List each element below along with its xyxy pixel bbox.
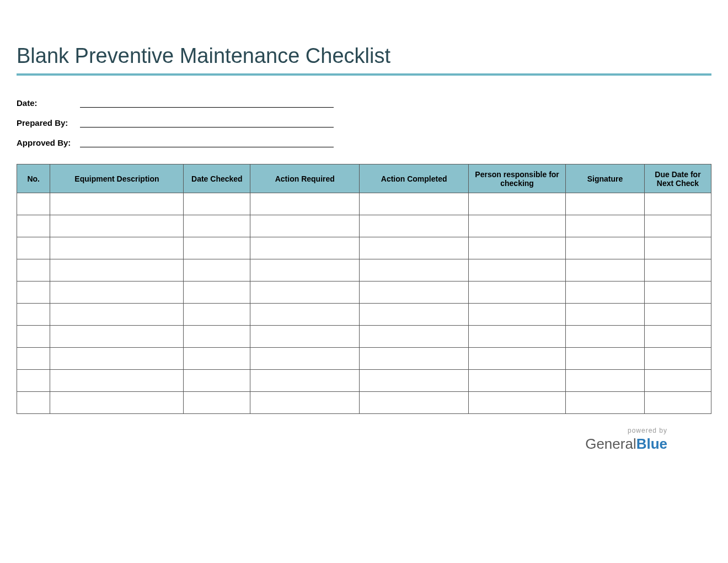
approved-by-row: Approved By: <box>17 132 711 147</box>
table-cell[interactable] <box>250 237 360 259</box>
table-cell[interactable] <box>469 215 566 237</box>
prepared-by-row: Prepared By: <box>17 112 711 128</box>
table-cell[interactable] <box>184 193 250 215</box>
table-cell[interactable] <box>644 237 711 259</box>
header-action-required: Action Required <box>250 164 360 193</box>
table-cell[interactable] <box>17 193 50 215</box>
table-cell[interactable] <box>566 326 645 348</box>
table-cell[interactable] <box>250 282 360 304</box>
table-cell[interactable] <box>17 215 50 237</box>
header-date-checked: Date Checked <box>184 164 250 193</box>
brand-part1: General <box>585 435 636 452</box>
table-cell[interactable] <box>184 370 250 392</box>
table-cell[interactable] <box>566 237 645 259</box>
table-cell[interactable] <box>17 370 50 392</box>
table-cell[interactable] <box>566 370 645 392</box>
table-cell[interactable] <box>17 282 50 304</box>
table-cell[interactable] <box>50 370 184 392</box>
table-cell[interactable] <box>360 304 469 326</box>
table-cell[interactable] <box>469 392 566 414</box>
table-cell[interactable] <box>469 348 566 370</box>
table-cell[interactable] <box>566 193 645 215</box>
table-cell[interactable] <box>644 259 711 282</box>
table-row <box>17 282 711 304</box>
table-cell[interactable] <box>644 215 711 237</box>
table-cell[interactable] <box>644 370 711 392</box>
table-cell[interactable] <box>469 282 566 304</box>
table-cell[interactable] <box>184 304 250 326</box>
table-cell[interactable] <box>250 193 360 215</box>
table-cell[interactable] <box>50 215 184 237</box>
table-cell[interactable] <box>360 215 469 237</box>
table-cell[interactable] <box>360 348 469 370</box>
table-cell[interactable] <box>184 348 250 370</box>
table-cell[interactable] <box>566 348 645 370</box>
table-cell[interactable] <box>566 259 645 282</box>
table-cell[interactable] <box>644 193 711 215</box>
table-row <box>17 215 711 237</box>
table-cell[interactable] <box>17 259 50 282</box>
table-row <box>17 193 711 215</box>
table-cell[interactable] <box>250 392 360 414</box>
table-cell[interactable] <box>50 392 184 414</box>
table-cell[interactable] <box>184 326 250 348</box>
table-cell[interactable] <box>50 193 184 215</box>
table-row <box>17 259 711 282</box>
table-cell[interactable] <box>644 304 711 326</box>
table-cell[interactable] <box>469 259 566 282</box>
date-label: Date: <box>17 98 80 108</box>
table-cell[interactable] <box>17 237 50 259</box>
table-cell[interactable] <box>250 348 360 370</box>
table-cell[interactable] <box>50 259 184 282</box>
brand-part2: Blue <box>636 435 667 452</box>
table-cell[interactable] <box>469 370 566 392</box>
table-cell[interactable] <box>644 392 711 414</box>
table-row <box>17 370 711 392</box>
powered-by-label: powered by <box>585 427 667 434</box>
table-body <box>17 193 711 414</box>
table-cell[interactable] <box>250 370 360 392</box>
table-row <box>17 304 711 326</box>
table-cell[interactable] <box>17 326 50 348</box>
table-cell[interactable] <box>360 326 469 348</box>
table-cell[interactable] <box>469 237 566 259</box>
approved-by-input-line[interactable] <box>80 135 334 147</box>
table-cell[interactable] <box>644 282 711 304</box>
table-cell[interactable] <box>566 392 645 414</box>
prepared-by-input-line[interactable] <box>80 115 334 128</box>
table-cell[interactable] <box>469 304 566 326</box>
table-cell[interactable] <box>360 193 469 215</box>
table-cell[interactable] <box>566 215 645 237</box>
table-cell[interactable] <box>360 282 469 304</box>
table-cell[interactable] <box>50 348 184 370</box>
table-cell[interactable] <box>644 326 711 348</box>
header-action-completed: Action Completed <box>360 164 469 193</box>
table-cell[interactable] <box>360 392 469 414</box>
date-input-line[interactable] <box>80 95 334 108</box>
table-cell[interactable] <box>566 282 645 304</box>
table-cell[interactable] <box>17 392 50 414</box>
table-cell[interactable] <box>469 326 566 348</box>
table-cell[interactable] <box>250 304 360 326</box>
table-cell[interactable] <box>50 326 184 348</box>
table-cell[interactable] <box>250 259 360 282</box>
table-cell[interactable] <box>184 282 250 304</box>
table-cell[interactable] <box>360 237 469 259</box>
table-cell[interactable] <box>184 215 250 237</box>
table-cell[interactable] <box>566 304 645 326</box>
table-cell[interactable] <box>184 392 250 414</box>
table-cell[interactable] <box>50 282 184 304</box>
table-cell[interactable] <box>184 237 250 259</box>
table-cell[interactable] <box>360 259 469 282</box>
table-cell[interactable] <box>250 326 360 348</box>
table-cell[interactable] <box>469 193 566 215</box>
table-cell[interactable] <box>17 304 50 326</box>
table-cell[interactable] <box>644 348 711 370</box>
table-cell[interactable] <box>50 304 184 326</box>
form-fields-section: Date: Prepared By: Approved By: <box>17 92 711 147</box>
table-cell[interactable] <box>17 348 50 370</box>
table-cell[interactable] <box>250 215 360 237</box>
table-cell[interactable] <box>184 259 250 282</box>
table-cell[interactable] <box>50 237 184 259</box>
table-cell[interactable] <box>360 370 469 392</box>
